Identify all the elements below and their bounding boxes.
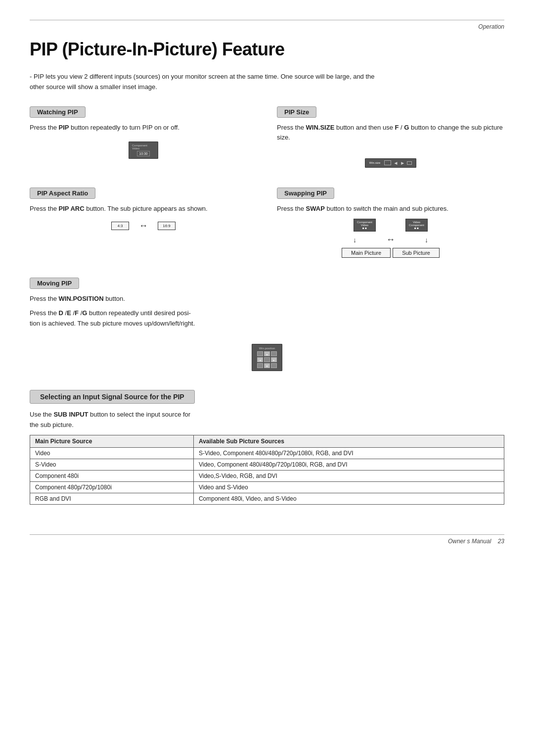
- selecting-signal-text: Use the SUB INPUT button to select the i…: [30, 410, 504, 430]
- moving-pip-illustration: Win.position ▲ ◄ ► ▼: [30, 344, 504, 371]
- winpos-label: Win.position: [257, 347, 277, 350]
- aspect-box-43: 4:3: [111, 222, 129, 230]
- f-bold: F: [395, 124, 399, 131]
- winpos-btn-1: [257, 351, 263, 356]
- selecting-signal-section: Selecting an Input Signal Source for the…: [30, 390, 504, 505]
- swap-bottom-row: Main Picture Sub Picture: [342, 248, 440, 258]
- watching-pip-header: Watching PIP: [30, 106, 86, 118]
- intro-line1: - PIP lets you view 2 different inputs (…: [30, 72, 504, 82]
- swap-illustration: ComponentVideo■ ■ VideoComponent■ ■ ↓ ↔ …: [277, 219, 504, 258]
- table-col2-header: Available Sub Picture Sources: [193, 435, 504, 448]
- table-header-row: Main Picture Source Available Sub Pictur…: [30, 435, 504, 448]
- winpos-btn-down: ▼: [264, 363, 270, 368]
- winpos-grid: ▲ ◄ ► ▼: [257, 351, 277, 368]
- table-row: RGB and DVIComponent 480i, Video, and S-…: [30, 493, 504, 505]
- table-row-2-main: Component 480i: [30, 471, 194, 482]
- swap-double-arrow: ↔: [386, 235, 395, 245]
- winpos-btn-7: [257, 363, 263, 368]
- pip-aspect-ratio-illustration: 4:3 ↔ 16:9: [30, 221, 257, 231]
- pip-aspect-ratio-text: Press the PIP ARC button. The sub pictur…: [30, 204, 257, 214]
- table-row-4-main: RGB and DVI: [30, 493, 194, 505]
- table-row: VideoS-Video, Component 480i/480p/720p/1…: [30, 448, 504, 459]
- swap-bold: SWAP: [306, 205, 325, 212]
- footer-text: Owner s Manual 23: [448, 538, 504, 545]
- e-bold: E: [67, 309, 71, 317]
- swap-top-row: ComponentVideo■ ■ VideoComponent■ ■: [354, 219, 428, 232]
- pip-bold: PIP: [59, 124, 69, 131]
- pip-aspect-ratio-header: PIP Aspect Ratio: [30, 188, 95, 199]
- swapping-pip-header: Swapping PIP: [277, 188, 334, 199]
- table-row-0-main: Video: [30, 448, 194, 459]
- piparc-bold: PIP ARC: [59, 205, 85, 212]
- winpos-display: Win.position ▲ ◄ ► ▼: [252, 344, 282, 371]
- d-bold: D: [59, 309, 63, 317]
- g-bold: G: [404, 124, 409, 131]
- watching-pip-section: Watching PIP Press the PIP button repeat…: [30, 106, 257, 173]
- signal-table: Main Picture Source Available Sub Pictur…: [30, 435, 504, 505]
- moving-pip-text2: Press the D /E /F /G button repeatedly u…: [30, 308, 504, 329]
- table-row-2-sub: Video,S-Video, RGB, and DVI: [193, 471, 504, 482]
- table-row-3-sub: Video and S-Video: [193, 482, 504, 493]
- signal-table-body: VideoS-Video, Component 480i/480p/720p/1…: [30, 448, 504, 505]
- swapping-pip-text: Press the SWAP button to switch the main…: [277, 204, 504, 214]
- winsize-bold: WIN.SIZE: [306, 124, 335, 131]
- winpos-btn-3: [271, 351, 277, 356]
- footer-page: 23: [498, 538, 504, 545]
- winsize-label: Win.size: [369, 161, 381, 164]
- sub-picture-label: Sub Picture: [393, 248, 440, 258]
- bottom-rule: [30, 534, 504, 535]
- selecting-signal-header: Selecting an Input Signal Source for the…: [30, 390, 195, 404]
- swap-label-video-component: VideoComponent■ ■: [405, 219, 428, 232]
- winpos-btn-9: [271, 363, 277, 368]
- swap-down-arrow-left: ↓: [353, 236, 356, 244]
- double-arrow-icon: ↔: [139, 221, 148, 231]
- table-row-1-sub: Video, Component 480i/480p/720p/1080i, R…: [193, 459, 504, 471]
- table-row-3-main: Component 480p/720p/1080i: [30, 482, 194, 493]
- moving-pip-header: Moving PIP: [30, 278, 79, 289]
- aspect-box-169: 16:9: [158, 222, 176, 230]
- winpos-btn-left: ◄: [257, 357, 263, 362]
- pip-size-text: Press the WIN.SIZE button and then use F…: [277, 123, 504, 143]
- moving-pip-text1: Press the WIN.POSITION button.: [30, 294, 504, 304]
- footer: Owner s Manual 23: [30, 538, 504, 545]
- winsize-box-small: [407, 161, 412, 165]
- pip-size-header: PIP Size: [277, 106, 316, 118]
- winsize-box-large: [384, 160, 391, 165]
- intro-line2: other source will show a smaller inset i…: [30, 82, 504, 93]
- page-title: PIP (Picture-In-Picture) Feature: [30, 39, 504, 60]
- footer-manual-text: Owner s Manual: [448, 538, 491, 545]
- subinput-bold: SUB INPUT: [53, 411, 88, 418]
- pip-aspect-ratio-section: PIP Aspect Ratio Press the PIP ARC butto…: [30, 188, 257, 263]
- winpos-btn-up: ▲: [264, 351, 270, 356]
- swap-label-component-video: ComponentVideo■ ■: [354, 219, 376, 232]
- display-value: 10:30: [137, 151, 150, 156]
- table-row-1-main: S-Video: [30, 459, 194, 471]
- pip-display: ComponentVideo 10:30: [129, 142, 158, 159]
- table-row: Component 480p/720p/1080iVideo and S-Vid…: [30, 482, 504, 493]
- swapping-pip-section: Swapping PIP Press the SWAP button to sw…: [277, 188, 504, 263]
- table-row: Component 480iVideo,S-Video, RGB, and DV…: [30, 471, 504, 482]
- pip-size-illustration: Win.size ◄ ►: [277, 158, 504, 168]
- display-label1: ComponentVideo: [132, 144, 155, 150]
- table-col1-header: Main Picture Source: [30, 435, 194, 448]
- watching-pip-illustration: ComponentVideo 10:30: [30, 138, 257, 163]
- winposition-bold: WIN.POSITION: [59, 295, 104, 302]
- moving-pip-section: Moving PIP Press the WIN.POSITION button…: [30, 278, 504, 376]
- g-bold2: G: [82, 309, 87, 317]
- winsize-arrow-right: ►: [400, 160, 405, 166]
- swap-arrows-row: ↓ ↔ ↓: [353, 235, 428, 245]
- winpos-btn-right: ►: [271, 357, 277, 362]
- table-row-0-sub: S-Video, Component 480i/480p/720p/1080i,…: [193, 448, 504, 459]
- operation-label: Operation: [30, 23, 504, 30]
- winsize-display: Win.size ◄ ►: [365, 158, 416, 168]
- main-picture-label: Main Picture: [342, 248, 391, 258]
- winsize-arrow-left: ◄: [393, 160, 398, 166]
- watching-pip-text: Press the PIP button repeatedly to turn …: [30, 123, 257, 133]
- top-rule: [30, 20, 504, 20]
- table-row: S-VideoVideo, Component 480i/480p/720p/1…: [30, 459, 504, 471]
- f-bold2: F: [75, 309, 79, 317]
- pip-size-section: PIP Size Press the WIN.SIZE button and t…: [277, 106, 504, 173]
- table-row-4-sub: Component 480i, Video, and S-Video: [193, 493, 504, 505]
- winpos-btn-center: [264, 357, 270, 362]
- intro-text: - PIP lets you view 2 different inputs (…: [30, 72, 504, 93]
